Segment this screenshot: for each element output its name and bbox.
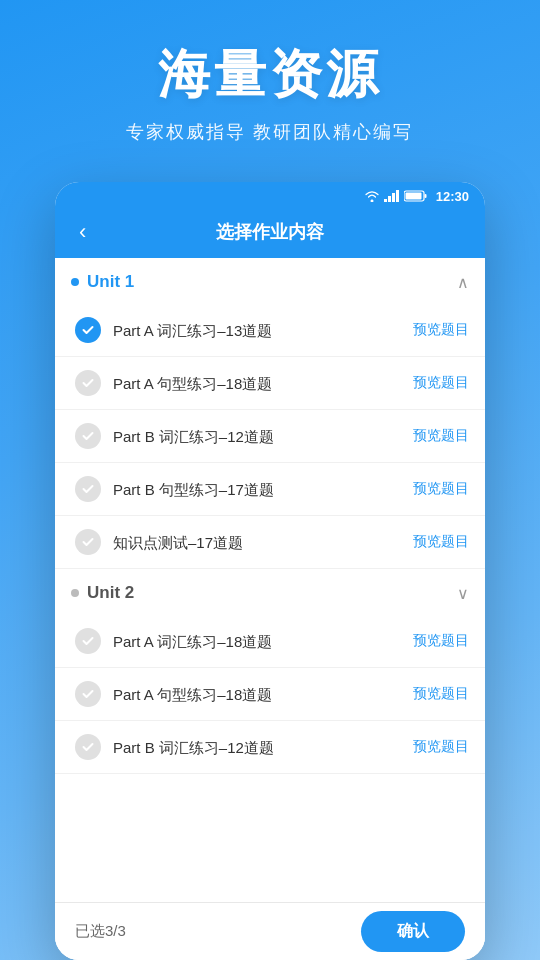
signal-icon	[384, 190, 400, 202]
lesson-text-2: Part A 句型练习–18道题	[113, 373, 413, 394]
check-icon-5	[75, 529, 101, 555]
lesson-item[interactable]: Part B 句型练习–17道题 预览题目	[55, 463, 485, 516]
preview-link-5[interactable]: 预览题目	[413, 533, 469, 551]
unit2-title: Unit 2	[87, 583, 134, 603]
status-bar: 12:30	[55, 182, 485, 210]
unit1-dot	[71, 278, 79, 286]
svg-rect-5	[424, 194, 426, 198]
unit1-header[interactable]: Unit 1 ∧	[55, 258, 485, 304]
unit2-section: Unit 2 ∨ Part A 词汇练习–18道题 预览题目	[55, 569, 485, 774]
svg-rect-1	[388, 196, 391, 202]
lesson-text-4: Part B 句型练习–17道题	[113, 479, 413, 500]
unit1-lessons: Part A 词汇练习–13道题 预览题目 Part A 句型练习–18道题 预…	[55, 304, 485, 569]
preview-link-2[interactable]: 预览题目	[413, 374, 469, 392]
svg-rect-2	[392, 193, 395, 202]
preview-link-3[interactable]: 预览题目	[413, 427, 469, 445]
status-time: 12:30	[436, 189, 469, 204]
lesson-item[interactable]: Part B 词汇练习–12道题 预览题目	[55, 410, 485, 463]
preview-link-1[interactable]: 预览题目	[413, 321, 469, 339]
lesson-text-3: Part B 词汇练习–12道题	[113, 426, 413, 447]
bottom-bar: 已选3/3 确认	[55, 902, 485, 960]
lesson-text-8: Part B 词汇练习–12道题	[113, 737, 413, 758]
check-icon-4	[75, 476, 101, 502]
lesson-item[interactable]: Part A 词汇练习–18道题 预览题目	[55, 615, 485, 668]
svg-rect-0	[384, 199, 387, 202]
phone-content: Unit 1 ∧ Part A 词汇练习–13道题 预览题目	[55, 258, 485, 960]
lesson-item[interactable]: Part A 句型练习–18道题 预览题目	[55, 668, 485, 721]
check-icon-1	[75, 317, 101, 343]
lesson-item[interactable]: Part B 词汇练习–12道题 预览题目	[55, 721, 485, 774]
lesson-item[interactable]: Part A 词汇练习–13道题 预览题目	[55, 304, 485, 357]
lesson-text-5: 知识点测试–17道题	[113, 532, 413, 553]
preview-link-7[interactable]: 预览题目	[413, 685, 469, 703]
lesson-item[interactable]: Part A 句型练习–18道题 预览题目	[55, 357, 485, 410]
hero-subtitle: 专家权威指导 教研团队精心编写	[126, 120, 413, 144]
unit2-lessons: Part A 词汇练习–18道题 预览题目 Part A 句型练习–18道题 预…	[55, 615, 485, 774]
preview-link-8[interactable]: 预览题目	[413, 738, 469, 756]
lesson-text-7: Part A 句型练习–18道题	[113, 684, 413, 705]
unit2-chevron: ∨	[457, 584, 469, 603]
status-icons: 12:30	[364, 189, 469, 204]
content-area: Unit 1 ∧ Part A 词汇练习–13道题 预览题目	[55, 258, 485, 960]
unit2-header[interactable]: Unit 2 ∨	[55, 569, 485, 615]
check-icon-2	[75, 370, 101, 396]
check-icon-3	[75, 423, 101, 449]
lesson-item[interactable]: 知识点测试–17道题 预览题目	[55, 516, 485, 569]
unit1-chevron: ∧	[457, 273, 469, 292]
nav-bar: ‹ 选择作业内容	[55, 210, 485, 258]
phone-frame: 12:30 ‹ 选择作业内容 Unit 1 ∧	[55, 182, 485, 960]
selected-count: 已选3/3	[75, 922, 126, 941]
unit2-dot	[71, 589, 79, 597]
svg-rect-6	[405, 193, 421, 200]
back-button[interactable]: ‹	[71, 215, 94, 249]
preview-link-4[interactable]: 预览题目	[413, 480, 469, 498]
hero-section: 海量资源 专家权威指导 教研团队精心编写	[0, 0, 540, 164]
unit1-title: Unit 1	[87, 272, 134, 292]
check-icon-6	[75, 628, 101, 654]
battery-icon	[404, 190, 428, 202]
check-icon-8	[75, 734, 101, 760]
nav-title: 选择作业内容	[216, 220, 324, 244]
lesson-text-1: Part A 词汇练习–13道题	[113, 320, 413, 341]
hero-title: 海量资源	[158, 40, 382, 110]
preview-link-6[interactable]: 预览题目	[413, 632, 469, 650]
wifi-icon	[364, 190, 380, 202]
svg-rect-3	[396, 190, 399, 202]
confirm-button[interactable]: 确认	[361, 911, 465, 952]
lesson-text-6: Part A 词汇练习–18道题	[113, 631, 413, 652]
check-icon-7	[75, 681, 101, 707]
